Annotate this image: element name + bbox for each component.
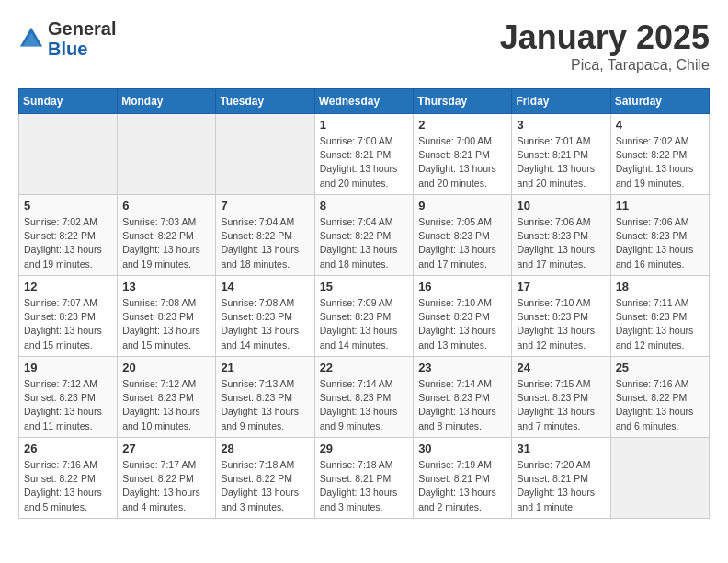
day-info: Sunrise: 7:08 AM Sunset: 8:23 PM Dayligh…: [221, 296, 309, 352]
day-info: Sunrise: 7:19 AM Sunset: 8:21 PM Dayligh…: [418, 458, 506, 514]
calendar-cell: 25Sunrise: 7:16 AM Sunset: 8:22 PM Dayli…: [610, 357, 709, 438]
day-number: 6: [122, 199, 210, 213]
logo-icon: [18, 26, 44, 52]
calendar-cell: 11Sunrise: 7:06 AM Sunset: 8:23 PM Dayli…: [610, 195, 709, 276]
day-number: 12: [24, 280, 112, 293]
day-number: 29: [320, 442, 409, 455]
day-number: 21: [221, 361, 309, 374]
day-number: 18: [616, 280, 704, 293]
weekday-header-row: SundayMondayTuesdayWednesdayThursdayFrid…: [19, 89, 710, 114]
day-info: Sunrise: 7:11 AM Sunset: 8:23 PM Dayligh…: [616, 296, 704, 352]
calendar-cell: 12Sunrise: 7:07 AM Sunset: 8:23 PM Dayli…: [19, 276, 118, 357]
day-number: 28: [221, 442, 309, 455]
day-number: 3: [517, 118, 605, 132]
calendar-cell: [118, 114, 216, 195]
calendar-cell: 17Sunrise: 7:10 AM Sunset: 8:23 PM Dayli…: [512, 276, 610, 357]
day-number: 26: [24, 442, 112, 455]
day-number: 20: [122, 361, 210, 374]
title-block: January 2025 Pica, Tarapaca, Chile: [500, 18, 710, 74]
day-number: 16: [418, 280, 506, 293]
logo-general-text: General: [48, 18, 116, 39]
day-number: 8: [320, 199, 409, 213]
day-info: Sunrise: 7:04 AM Sunset: 8:22 PM Dayligh…: [221, 215, 309, 271]
calendar-cell: 8Sunrise: 7:04 AM Sunset: 8:22 PM Daylig…: [314, 195, 414, 276]
day-info: Sunrise: 7:06 AM Sunset: 8:23 PM Dayligh…: [517, 215, 605, 271]
calendar-cell: 15Sunrise: 7:09 AM Sunset: 8:23 PM Dayli…: [314, 276, 414, 357]
day-info: Sunrise: 7:07 AM Sunset: 8:23 PM Dayligh…: [24, 296, 112, 352]
day-info: Sunrise: 7:10 AM Sunset: 8:23 PM Dayligh…: [418, 296, 506, 352]
logo: General Blue: [18, 18, 116, 59]
calendar-cell: 19Sunrise: 7:12 AM Sunset: 8:23 PM Dayli…: [19, 357, 118, 438]
day-info: Sunrise: 7:16 AM Sunset: 8:22 PM Dayligh…: [24, 458, 112, 514]
day-info: Sunrise: 7:12 AM Sunset: 8:23 PM Dayligh…: [24, 377, 112, 433]
calendar-cell: 26Sunrise: 7:16 AM Sunset: 8:22 PM Dayli…: [19, 438, 118, 519]
day-number: 2: [418, 118, 506, 132]
day-number: 19: [24, 361, 112, 374]
day-info: Sunrise: 7:12 AM Sunset: 8:23 PM Dayligh…: [122, 377, 210, 433]
day-info: Sunrise: 7:03 AM Sunset: 8:22 PM Dayligh…: [122, 215, 210, 271]
day-info: Sunrise: 7:18 AM Sunset: 8:22 PM Dayligh…: [221, 458, 309, 514]
calendar-cell: 9Sunrise: 7:05 AM Sunset: 8:23 PM Daylig…: [414, 195, 512, 276]
calendar-cell: 3Sunrise: 7:01 AM Sunset: 8:21 PM Daylig…: [512, 114, 610, 195]
day-info: Sunrise: 7:01 AM Sunset: 8:21 PM Dayligh…: [517, 134, 605, 190]
calendar-cell: 7Sunrise: 7:04 AM Sunset: 8:22 PM Daylig…: [216, 195, 314, 276]
day-number: 30: [418, 442, 506, 455]
calendar-cell: 14Sunrise: 7:08 AM Sunset: 8:23 PM Dayli…: [216, 276, 314, 357]
day-info: Sunrise: 7:00 AM Sunset: 8:21 PM Dayligh…: [418, 134, 506, 190]
day-number: 15: [320, 280, 409, 293]
day-info: Sunrise: 7:13 AM Sunset: 8:23 PM Dayligh…: [221, 377, 309, 433]
day-info: Sunrise: 7:16 AM Sunset: 8:22 PM Dayligh…: [616, 377, 704, 433]
calendar-cell: [610, 438, 709, 519]
day-number: 31: [517, 442, 605, 455]
weekday-header-sunday: Sunday: [19, 89, 118, 114]
weekday-header-tuesday: Tuesday: [216, 89, 314, 114]
day-number: 25: [616, 361, 704, 374]
weekday-header-friday: Friday: [512, 89, 610, 114]
calendar-cell: 18Sunrise: 7:11 AM Sunset: 8:23 PM Dayli…: [610, 276, 709, 357]
day-number: 22: [320, 361, 409, 374]
day-info: Sunrise: 7:02 AM Sunset: 8:22 PM Dayligh…: [616, 134, 704, 190]
day-number: 7: [221, 199, 309, 213]
week-row-5: 26Sunrise: 7:16 AM Sunset: 8:22 PM Dayli…: [19, 438, 710, 519]
day-info: Sunrise: 7:17 AM Sunset: 8:22 PM Dayligh…: [122, 458, 210, 514]
weekday-header-thursday: Thursday: [414, 89, 512, 114]
calendar-cell: 22Sunrise: 7:14 AM Sunset: 8:23 PM Dayli…: [314, 357, 414, 438]
weekday-header-monday: Monday: [118, 89, 216, 114]
day-info: Sunrise: 7:02 AM Sunset: 8:22 PM Dayligh…: [24, 215, 112, 271]
logo-blue-text: Blue: [48, 39, 116, 59]
week-row-1: 1Sunrise: 7:00 AM Sunset: 8:21 PM Daylig…: [19, 114, 710, 195]
day-info: Sunrise: 7:06 AM Sunset: 8:23 PM Dayligh…: [616, 215, 704, 271]
calendar-cell: 5Sunrise: 7:02 AM Sunset: 8:22 PM Daylig…: [19, 195, 118, 276]
day-info: Sunrise: 7:04 AM Sunset: 8:22 PM Dayligh…: [320, 215, 409, 271]
weekday-header-wednesday: Wednesday: [314, 89, 414, 114]
calendar-cell: 24Sunrise: 7:15 AM Sunset: 8:23 PM Dayli…: [512, 357, 610, 438]
calendar-cell: 16Sunrise: 7:10 AM Sunset: 8:23 PM Dayli…: [414, 276, 512, 357]
day-info: Sunrise: 7:00 AM Sunset: 8:21 PM Dayligh…: [320, 134, 409, 190]
day-info: Sunrise: 7:05 AM Sunset: 8:23 PM Dayligh…: [418, 215, 506, 271]
calendar-cell: 6Sunrise: 7:03 AM Sunset: 8:22 PM Daylig…: [118, 195, 216, 276]
day-info: Sunrise: 7:18 AM Sunset: 8:21 PM Dayligh…: [320, 458, 409, 514]
day-number: 13: [122, 280, 210, 293]
calendar-cell: 29Sunrise: 7:18 AM Sunset: 8:21 PM Dayli…: [314, 438, 414, 519]
calendar-cell: 21Sunrise: 7:13 AM Sunset: 8:23 PM Dayli…: [216, 357, 314, 438]
day-number: 14: [221, 280, 309, 293]
calendar-cell: 27Sunrise: 7:17 AM Sunset: 8:22 PM Dayli…: [118, 438, 216, 519]
calendar-cell: [19, 114, 118, 195]
day-number: 27: [122, 442, 210, 455]
week-row-3: 12Sunrise: 7:07 AM Sunset: 8:23 PM Dayli…: [19, 276, 710, 357]
day-info: Sunrise: 7:15 AM Sunset: 8:23 PM Dayligh…: [517, 377, 605, 433]
day-number: 10: [517, 199, 605, 213]
day-info: Sunrise: 7:14 AM Sunset: 8:23 PM Dayligh…: [418, 377, 506, 433]
calendar-cell: 4Sunrise: 7:02 AM Sunset: 8:22 PM Daylig…: [610, 114, 709, 195]
calendar-cell: 10Sunrise: 7:06 AM Sunset: 8:23 PM Dayli…: [512, 195, 610, 276]
page-header: General Blue January 2025 Pica, Tarapaca…: [18, 18, 710, 74]
day-info: Sunrise: 7:09 AM Sunset: 8:23 PM Dayligh…: [320, 296, 409, 352]
calendar-cell: 13Sunrise: 7:08 AM Sunset: 8:23 PM Dayli…: [118, 276, 216, 357]
calendar-cell: 1Sunrise: 7:00 AM Sunset: 8:21 PM Daylig…: [314, 114, 414, 195]
calendar-subtitle: Pica, Tarapaca, Chile: [500, 57, 710, 74]
calendar-cell: 31Sunrise: 7:20 AM Sunset: 8:21 PM Dayli…: [512, 438, 610, 519]
week-row-2: 5Sunrise: 7:02 AM Sunset: 8:22 PM Daylig…: [19, 195, 710, 276]
day-number: 9: [418, 199, 506, 213]
day-info: Sunrise: 7:08 AM Sunset: 8:23 PM Dayligh…: [122, 296, 210, 352]
calendar-cell: 28Sunrise: 7:18 AM Sunset: 8:22 PM Dayli…: [216, 438, 314, 519]
